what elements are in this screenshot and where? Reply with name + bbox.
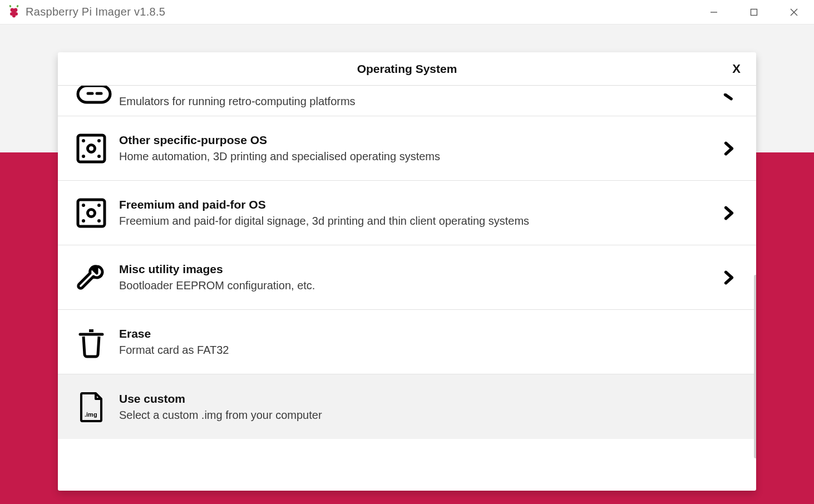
wrench-icon bbox=[75, 261, 119, 294]
os-item-text: Erase Format card as FAT32 bbox=[119, 327, 714, 357]
modal-title: Operating System bbox=[58, 62, 756, 76]
trash-icon bbox=[75, 325, 119, 359]
os-list: Emulators for running retro-computing pl… bbox=[58, 86, 756, 491]
chevron-right-icon bbox=[714, 206, 736, 220]
os-item-text: Other specific-purpose OS Home automatio… bbox=[119, 134, 714, 163]
os-item-subtitle: Select a custom .img from your computer bbox=[119, 409, 703, 422]
modal-header: Operating System X bbox=[58, 52, 756, 86]
svg-point-19 bbox=[88, 145, 95, 152]
os-item-title: Erase bbox=[119, 327, 703, 340]
svg-point-25 bbox=[88, 209, 95, 216]
window-title: Raspberry Pi Imager v1.8.5 bbox=[26, 6, 165, 18]
svg-line-13 bbox=[726, 95, 732, 98]
svg-point-16 bbox=[97, 139, 101, 142]
svg-rect-7 bbox=[751, 9, 757, 15]
svg-rect-10 bbox=[78, 86, 110, 102]
os-item-other-specific-purpose[interactable]: Other specific-purpose OS Home automatio… bbox=[58, 116, 756, 181]
os-item-title: Misc utility images bbox=[119, 263, 703, 276]
die-icon bbox=[75, 196, 119, 230]
app-body: Operating System X Emulators for running bbox=[0, 24, 814, 504]
os-item-emulators[interactable]: Emulators for running retro-computing pl… bbox=[58, 86, 756, 116]
window-close-button[interactable] bbox=[774, 0, 814, 24]
die-icon bbox=[75, 132, 119, 165]
window-titlebar: Raspberry Pi Imager v1.8.5 bbox=[0, 0, 814, 24]
svg-point-15 bbox=[82, 139, 85, 142]
window-controls bbox=[694, 0, 814, 24]
svg-rect-20 bbox=[78, 200, 105, 226]
chevron-right-icon bbox=[714, 141, 736, 156]
svg-point-22 bbox=[97, 204, 101, 207]
svg-point-17 bbox=[82, 155, 85, 158]
modal-close-button[interactable]: X bbox=[732, 62, 741, 76]
os-item-text: Freemium and paid-for OS Freemium and pa… bbox=[119, 198, 714, 228]
os-item-text: Misc utility images Bootloader EEPROM co… bbox=[119, 263, 714, 292]
os-item-text: Use custom Select a custom .img from you… bbox=[119, 392, 714, 422]
os-item-use-custom[interactable]: .img Use custom Select a custom .img fro… bbox=[58, 374, 756, 439]
window-minimize-button[interactable] bbox=[694, 0, 734, 24]
img-file-label: .img bbox=[85, 411, 97, 418]
os-item-subtitle: Bootloader EEPROM configuration, etc. bbox=[119, 279, 703, 292]
svg-rect-27 bbox=[89, 329, 93, 332]
os-item-text: Emulators for running retro-computing pl… bbox=[119, 95, 714, 108]
os-item-subtitle: Home automation, 3D printing and special… bbox=[119, 150, 703, 163]
svg-rect-14 bbox=[78, 135, 105, 162]
os-item-title: Other specific-purpose OS bbox=[119, 134, 703, 147]
chevron-right-icon bbox=[714, 93, 736, 108]
svg-point-24 bbox=[97, 219, 101, 223]
svg-point-23 bbox=[82, 219, 85, 223]
window-maximize-button[interactable] bbox=[734, 0, 774, 24]
os-selection-modal: Operating System X Emulators for running bbox=[58, 52, 756, 491]
os-item-subtitle: Format card as FAT32 bbox=[119, 344, 703, 357]
robot-icon bbox=[75, 86, 119, 108]
img-file-icon: .img bbox=[75, 390, 119, 423]
svg-point-21 bbox=[82, 204, 85, 207]
os-item-title: Freemium and paid-for OS bbox=[119, 198, 703, 211]
os-item-title: Use custom bbox=[119, 392, 703, 406]
svg-point-18 bbox=[97, 155, 101, 158]
os-item-subtitle: Emulators for running retro-computing pl… bbox=[119, 95, 703, 108]
scrollbar-thumb[interactable] bbox=[754, 275, 756, 458]
raspberry-pi-icon bbox=[8, 4, 20, 21]
chevron-right-icon bbox=[714, 270, 736, 285]
os-item-misc-utility[interactable]: Misc utility images Bootloader EEPROM co… bbox=[58, 245, 756, 310]
os-item-subtitle: Freemium and paid-for digital signage, 3… bbox=[119, 215, 703, 228]
svg-point-5 bbox=[12, 14, 16, 17]
os-item-erase[interactable]: Erase Format card as FAT32 bbox=[58, 310, 756, 374]
os-item-freemium-paid[interactable]: Freemium and paid-for OS Freemium and pa… bbox=[58, 181, 756, 245]
titlebar-left: Raspberry Pi Imager v1.8.5 bbox=[8, 4, 165, 21]
